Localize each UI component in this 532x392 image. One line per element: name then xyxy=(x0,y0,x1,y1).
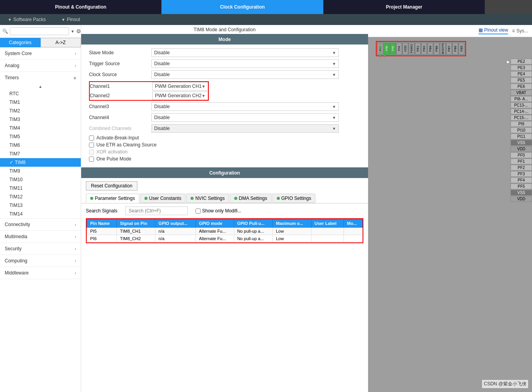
timer-item-tim12[interactable]: TIM12 xyxy=(0,192,81,201)
pin-pc14[interactable]: PC14-... xyxy=(511,109,532,114)
pin-pb9[interactable]: PB9 xyxy=(427,43,433,55)
sidebar-item-computing[interactable]: Computing › xyxy=(0,255,81,267)
active-dot xyxy=(234,197,237,200)
channel2-select[interactable]: PWM Generation CH2 ▼ xyxy=(152,91,208,100)
col-gpio-pull: GPIO Pull-u... xyxy=(234,219,272,228)
pin-pb6[interactable]: PB6 xyxy=(452,43,458,55)
cell-signal: TIM8_CH2 xyxy=(117,235,155,242)
pin-pb8[interactable]: PB8 xyxy=(434,43,439,55)
timers-scroll-up[interactable]: ▲ xyxy=(0,84,81,89)
show-modified-checkbox[interactable] xyxy=(196,208,201,214)
pinout-view-button[interactable]: ▦ Pinout view xyxy=(479,27,508,34)
timer-item-tim9[interactable]: TIM9 xyxy=(0,167,81,175)
pin-pi4[interactable]: PI4 xyxy=(396,43,402,55)
sys-view-button[interactable]: ≡ Sys... xyxy=(512,28,528,34)
tab-dma-settings[interactable]: DMA Settings xyxy=(230,194,272,203)
dropdown-arrow-icon: ▼ xyxy=(332,105,336,109)
pin-pb7[interactable]: PB7 xyxy=(446,43,452,55)
pin-pf0[interactable]: PF0 xyxy=(511,152,532,158)
timer-item-rtc[interactable]: RTC xyxy=(0,89,81,98)
chevron-right-icon: › xyxy=(75,223,76,227)
reset-configuration-button[interactable]: Reset Configuration xyxy=(86,181,137,191)
pin-pe0[interactable]: PE0 xyxy=(421,43,427,55)
clock-source-select[interactable]: Disable ▼ xyxy=(151,70,339,79)
sidebar-item-connectivity[interactable]: Connectivity › xyxy=(0,219,81,231)
pin-pe6[interactable]: PE6 xyxy=(511,84,532,89)
one-pulse-checkbox[interactable] xyxy=(89,157,94,162)
trigger-source-select[interactable]: Disable ▼ xyxy=(151,59,339,68)
pin-pf5[interactable]: PF5 xyxy=(511,184,532,189)
cell-signal: TIM8_CH1 xyxy=(117,228,155,235)
timer-item-tim10[interactable]: TIM10 xyxy=(0,175,81,184)
mode-content: Slave Mode Disable ▼ Trigger Source Disa… xyxy=(81,45,368,167)
pin-pi10[interactable]: PI10 xyxy=(511,127,532,133)
pin-pc15[interactable]: PC15-... xyxy=(511,115,532,121)
nav-extra[interactable] xyxy=(485,0,532,14)
pin-pi8[interactable]: PI8- A... xyxy=(511,96,532,102)
activate-break-checkbox[interactable] xyxy=(89,135,94,141)
dropdown-arrow-icon: ▼ xyxy=(332,62,336,66)
search-input[interactable] xyxy=(10,27,69,35)
channel1-select[interactable]: PWM Generation CH1 ▼ xyxy=(152,82,208,91)
sidebar-item-security[interactable]: Security › xyxy=(0,243,81,255)
sidebar-item-timers[interactable]: Timers ∨ xyxy=(0,72,81,84)
sidebar-item-middleware[interactable]: Middleware › xyxy=(0,267,81,279)
sub-nav-pinout[interactable]: ▼ Pinout xyxy=(53,17,88,22)
pin-pdro[interactable]: PDRO xyxy=(409,43,415,55)
sidebar-item-analog[interactable]: Analog › xyxy=(0,60,81,72)
pin-pi11[interactable]: PI11 xyxy=(511,134,532,139)
timer-item-tim14[interactable]: TIM14 xyxy=(0,210,81,218)
pin-boot0[interactable]: BOOT0 xyxy=(440,43,446,55)
tab-user-constants[interactable]: User Constants xyxy=(140,194,186,203)
timer-item-tim8[interactable]: ✓ TIM8 xyxy=(0,158,81,167)
timer-item-tim7[interactable]: TIM7 xyxy=(0,150,81,158)
nav-pinout[interactable]: Pinout & Configuration xyxy=(0,0,162,14)
cell-user-label xyxy=(311,235,343,242)
cell-gpio-pull: No pull-up a... xyxy=(234,228,272,235)
tab-nvic-settings[interactable]: NVIC Settings xyxy=(186,194,229,203)
pin-pe1[interactable]: PE1 xyxy=(415,43,421,55)
channel3-select[interactable]: Disable ▼ xyxy=(151,102,339,111)
use-etr-checkbox[interactable] xyxy=(89,143,94,148)
pin-pf1[interactable]: PF1 xyxy=(511,159,532,164)
pin-pb5[interactable]: PB5 xyxy=(459,43,464,55)
tab-parameter-settings[interactable]: Parameter Settings xyxy=(86,194,139,203)
panel-title: TIM8 Mode and Configuration xyxy=(81,25,368,34)
gear-icon[interactable]: ⚙ xyxy=(76,28,81,34)
chevron-right-icon: › xyxy=(75,271,76,275)
pin-pf3[interactable]: PF3 xyxy=(511,171,532,177)
pin-pe4[interactable]: PE4 xyxy=(511,71,532,77)
channel4-select[interactable]: Disable ▼ xyxy=(151,113,339,122)
sub-nav-software-packs[interactable]: ▼ Software Packs xyxy=(0,17,53,22)
tab-az[interactable]: A->Z xyxy=(41,38,81,47)
pin-pi9[interactable]: PI9 xyxy=(511,121,532,127)
pin-pc13[interactable]: PC13-... xyxy=(511,102,532,108)
pin-pe3[interactable]: PE3 xyxy=(511,65,532,71)
signals-table: Pin Name Signal on Pin GPIO output... GP… xyxy=(86,218,363,243)
pin-pe5[interactable]: PE5 xyxy=(511,77,532,83)
pin-pf4[interactable]: PF4 xyxy=(511,177,532,183)
dropdown-arrow-icon[interactable]: ▼ xyxy=(71,29,75,34)
channels-highlight-box: Channel1 PWM Generation CH1 ▼ Channel2 P… xyxy=(89,81,209,101)
timer-item-tim3[interactable]: TIM3 xyxy=(0,115,81,124)
search-signals-input[interactable] xyxy=(125,207,188,215)
cell-user-label xyxy=(311,228,343,235)
pin-pf2[interactable]: PF2 xyxy=(511,165,532,171)
timer-item-tim1[interactable]: TIM1 xyxy=(0,98,81,107)
timer-item-tim11[interactable]: TIM11 xyxy=(0,184,81,192)
nav-project[interactable]: Project Manager xyxy=(324,0,485,14)
tab-gpio-settings[interactable]: GPIO Settings xyxy=(272,194,316,203)
tab-categories[interactable]: Categories xyxy=(0,38,41,47)
sidebar-item-system-core[interactable]: System Core › xyxy=(0,48,81,60)
sidebar-item-multimedia[interactable]: Multimedia › xyxy=(0,231,81,243)
timer-item-tim4[interactable]: TIM4 xyxy=(0,124,81,132)
timer-item-tim6[interactable]: TIM6 xyxy=(0,141,81,150)
pin-pi5[interactable]: PI5 xyxy=(390,43,396,55)
timer-item-tim2[interactable]: TIM2 xyxy=(0,107,81,115)
clock-source-row: Clock Source Disable ▼ xyxy=(89,70,360,79)
timer-item-tim5[interactable]: TIM5 xyxy=(0,132,81,141)
nav-clock[interactable]: Clock Configuration xyxy=(162,0,323,14)
pin-pe2[interactable]: PE2 xyxy=(511,59,532,64)
timer-item-tim13[interactable]: TIM13 xyxy=(0,201,81,210)
slave-mode-select[interactable]: Disable ▼ xyxy=(151,48,339,57)
